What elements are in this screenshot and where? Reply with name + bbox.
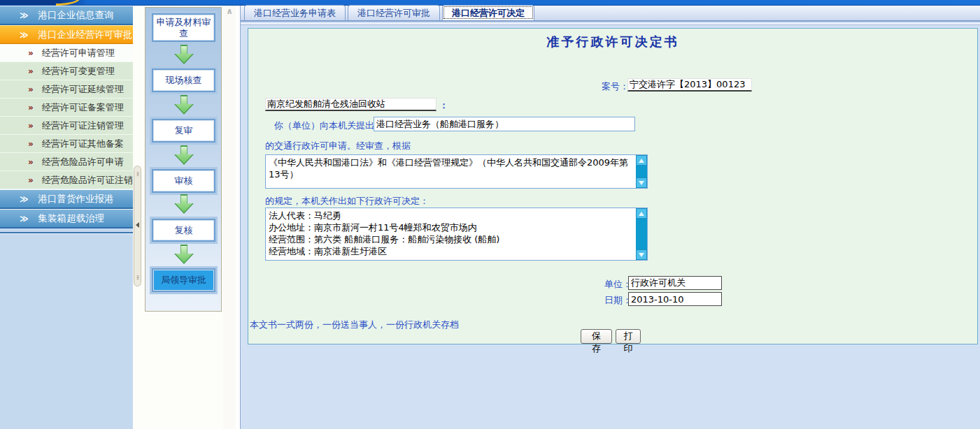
scroll-up-button[interactable] xyxy=(636,208,647,219)
flow-step-label: 现场核查 xyxy=(166,75,202,86)
flow-step-material-review[interactable]: 申请及材料审查 xyxy=(152,13,215,42)
tab-port-business-application-form[interactable]: 港口经营业务申请表 xyxy=(244,5,346,20)
flow-arrow-icon xyxy=(145,45,222,64)
scroll-up-icon[interactable]: ∧ xyxy=(225,6,234,16)
triangle-up-icon xyxy=(639,159,644,163)
review-label: 的交通行政许可申请。经审查，根据 xyxy=(265,140,411,152)
triangle-down-icon xyxy=(639,253,644,257)
menu-arrows-icon: ≫ xyxy=(20,10,29,20)
copies-note: 本文书一式两份，一份送当事人，一份行政机关存档 xyxy=(250,319,459,331)
app-window: ≫ 港口企业信息查询 ≫ 港口企业经营许可审批 » 经营许可申请管理 » 经营许… xyxy=(0,0,980,429)
textarea-scrollbar[interactable] xyxy=(636,208,647,260)
panel-splitter[interactable]: ⁞⁞ ⁞⁞ xyxy=(133,6,142,429)
menu-label: 经营许可证备案管理 xyxy=(42,101,124,114)
collapse-left-icon[interactable] xyxy=(136,222,139,228)
flow-arrow-icon xyxy=(145,245,222,264)
menu-arrow-icon: » xyxy=(28,157,34,167)
triangle-up-icon xyxy=(639,212,644,216)
tab-strip: 港口经营业务申请表 港口经营许可审批 港口经营许可决定 xyxy=(241,6,980,22)
menu-label: 港口企业信息查询 xyxy=(38,9,114,22)
sidebar-item-port-license-approval[interactable]: ≫ 港口企业经营许可审批 xyxy=(0,25,133,44)
tab-port-license-decision[interactable]: 港口经营许可决定 xyxy=(442,5,534,20)
menu-arrow-icon: » xyxy=(28,121,34,131)
menu-label: 经营许可证注销管理 xyxy=(42,119,124,132)
sidebar-item-license-cancel-mgmt[interactable]: » 经营许可证注销管理 xyxy=(0,117,133,135)
splitter-grip-icon: ⁞⁞ xyxy=(136,275,139,280)
business-type-input[interactable] xyxy=(374,117,635,131)
menu-arrow-icon: » xyxy=(28,139,34,149)
scroll-up-button[interactable] xyxy=(636,155,647,166)
legal-basis-text: 《中华人民共和国港口法》和《港口经营管理规定》（中华人名共和国交通部令2009年… xyxy=(266,155,636,188)
flow-step-label: 申请及材料审查 xyxy=(153,17,214,39)
flow-step-re-review[interactable]: 复审 xyxy=(152,119,215,143)
decision-label: 的规定，本机关作出如下行政许可决定： xyxy=(265,195,429,208)
workflow-diagram: 申请及材料审查 现场核查 复审 审核 复 xyxy=(145,7,222,312)
document-title: 准予行政许可决定书 xyxy=(248,34,977,50)
main-content: 港口经营业务申请表 港口经营许可审批 港口经营许可决定 准予行政许可决定书 案号… xyxy=(240,6,980,429)
scroll-down-button[interactable] xyxy=(636,249,647,260)
workflow-column: 申请及材料审查 现场核查 复审 审核 复 xyxy=(142,6,223,429)
sidebar-item-container-overload[interactable]: ≫ 集装箱超载治理 xyxy=(0,209,133,228)
flow-step-label: 复核 xyxy=(175,225,193,236)
sidebar-item-license-record-mgmt[interactable]: » 经营许可证备案管理 xyxy=(0,99,133,117)
decision-document-panel: 准予行政许可决定书 案号： ： 你（单位）向本机关提出的 的交通行政许可申请。经… xyxy=(248,28,978,344)
flow-arrow-icon xyxy=(145,95,222,115)
menu-label: 港口普货作业报港 xyxy=(38,193,114,205)
flow-step-recheck[interactable]: 复核 xyxy=(152,219,215,242)
menu-arrow-icon: » xyxy=(28,48,34,58)
sidebar-empty-area xyxy=(0,232,133,429)
sidebar-item-license-apply-mgmt[interactable]: » 经营许可申请管理 xyxy=(0,44,133,62)
sidebar-item-dangerous-goods-apply[interactable]: » 经营危险品许可申请 xyxy=(0,153,133,171)
splitter-grip-icon: ⁞⁞ xyxy=(136,172,139,177)
flow-step-site-check[interactable]: 现场核查 xyxy=(152,68,215,92)
print-button[interactable]: 打印 xyxy=(616,329,641,344)
tabstrip-underline xyxy=(241,23,980,25)
menu-label: 经营危险品许可证注销 xyxy=(42,174,133,187)
menu-label: 集装箱超载治理 xyxy=(38,212,105,225)
case-number-label: 案号： xyxy=(602,80,629,93)
legal-basis-textarea[interactable]: 《中华人民共和国港口法》和《港口经营管理规定》（中华人名共和国交通部令2009年… xyxy=(265,154,648,189)
middle-scrollbar[interactable]: ∧ xyxy=(223,6,236,429)
date-input[interactable] xyxy=(628,292,722,306)
menu-arrows-icon: ≫ xyxy=(20,194,29,204)
flow-step-label: 复审 xyxy=(175,125,193,136)
save-button[interactable]: 保 存 xyxy=(581,329,612,344)
banner-swoosh-icon xyxy=(56,0,80,6)
unit-input[interactable] xyxy=(628,276,722,290)
decision-detail-text: 法人代表：马纪勇 办公地址：南京市新河一村11号4幢郑和农贸市场内 经营范围：第… xyxy=(266,208,636,260)
menu-label: 经营许可证延续管理 xyxy=(42,83,124,96)
sidebar-item-port-enterprise-info-query[interactable]: ≫ 港口企业信息查询 xyxy=(0,6,133,25)
decision-detail-textarea[interactable]: 法人代表：马纪勇 办公地址：南京市新河一村11号4幢郑和农贸市场内 经营范围：第… xyxy=(265,208,648,261)
menu-label: 经营危险品许可申请 xyxy=(42,156,124,168)
sidebar-item-license-change-mgmt[interactable]: » 经营许可变更管理 xyxy=(0,62,133,80)
sidebar-item-license-other-record[interactable]: » 经营许可证其他备案 xyxy=(0,135,133,153)
flow-arrow-icon xyxy=(145,145,222,165)
menu-arrow-icon: » xyxy=(28,66,34,76)
menu-arrow-icon: » xyxy=(28,85,34,94)
flow-arrow-icon xyxy=(145,194,222,214)
menu-arrow-icon: » xyxy=(28,175,34,185)
case-number-input[interactable] xyxy=(627,78,752,92)
applicant-colon: ： xyxy=(439,99,448,112)
scroll-down-button[interactable] xyxy=(636,177,647,188)
menu-arrows-icon: ≫ xyxy=(20,30,29,40)
submit-label: 你（单位）向本机关提出的 xyxy=(274,119,383,132)
menu-label: 港口企业经营许可审批 xyxy=(38,29,133,41)
flow-step-label: 局领导审批 xyxy=(161,275,206,286)
flow-step-audit[interactable]: 审核 xyxy=(152,169,215,193)
splitter-handle[interactable]: ⁞⁞ ⁞⁞ xyxy=(134,166,141,286)
tab-port-license-approval[interactable]: 港口经营许可审批 xyxy=(348,5,440,20)
menu-arrows-icon: ≫ xyxy=(20,214,29,224)
menu-label: 经营许可证其他备案 xyxy=(42,138,124,150)
applicant-name-input[interactable] xyxy=(265,98,436,111)
triangle-down-icon xyxy=(639,181,644,185)
sidebar-item-general-cargo-report[interactable]: ≫ 港口普货作业报港 xyxy=(0,189,133,209)
menu-arrow-icon: » xyxy=(28,103,34,112)
sidebar-item-license-renewal-mgmt[interactable]: » 经营许可证延续管理 xyxy=(0,80,133,99)
flow-step-label: 审核 xyxy=(175,175,193,187)
textarea-scrollbar[interactable] xyxy=(636,155,647,188)
sidebar-menu: ≫ 港口企业信息查询 ≫ 港口企业经营许可审批 » 经营许可申请管理 » 经营许… xyxy=(0,6,133,429)
menu-label: 经营许可申请管理 xyxy=(42,47,115,59)
sidebar-item-dangerous-goods-cancel[interactable]: » 经营危险品许可证注销 xyxy=(0,171,133,189)
flow-step-bureau-leader-approval[interactable]: 局领导审批 xyxy=(152,268,215,292)
